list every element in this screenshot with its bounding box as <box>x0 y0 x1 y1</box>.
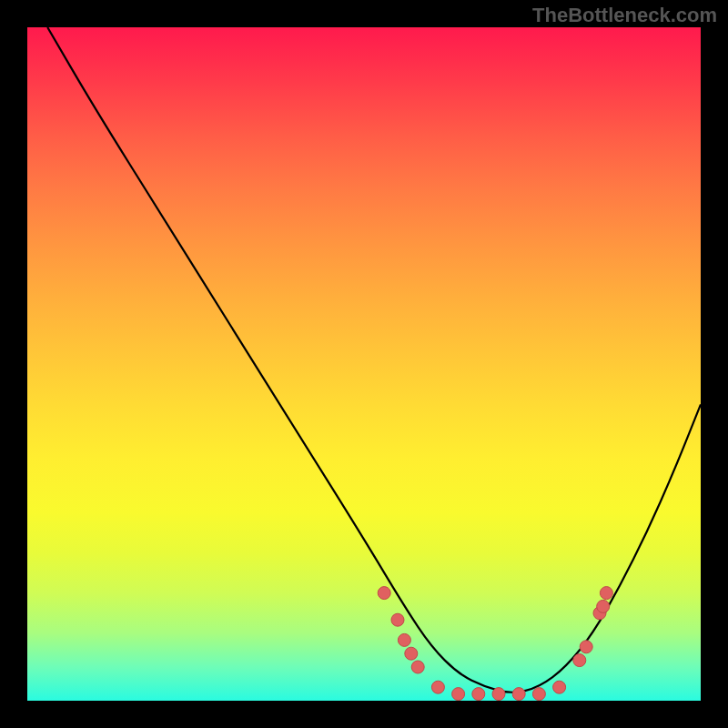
scatter-dot <box>378 587 390 600</box>
scatter-dot <box>512 688 525 701</box>
scatter-dot <box>553 681 566 693</box>
scatter-dot <box>405 647 418 660</box>
scatter-dot <box>597 600 610 612</box>
scatter-dot <box>398 633 410 646</box>
scatter-dot <box>573 654 586 667</box>
chart-svg <box>27 27 701 701</box>
scatter-dot <box>431 681 444 693</box>
scatter-dot <box>600 587 612 600</box>
watermark-text: TheBottleneck.com <box>532 4 717 27</box>
scatter-dots <box>378 587 612 701</box>
chart-plot-area <box>27 27 701 701</box>
scatter-dot <box>452 688 465 701</box>
scatter-dot <box>492 688 505 701</box>
scatter-dot <box>391 613 404 626</box>
scatter-dot <box>532 688 545 701</box>
scatter-dot <box>411 661 424 673</box>
scatter-dot <box>580 641 592 653</box>
scatter-dot <box>472 688 485 701</box>
